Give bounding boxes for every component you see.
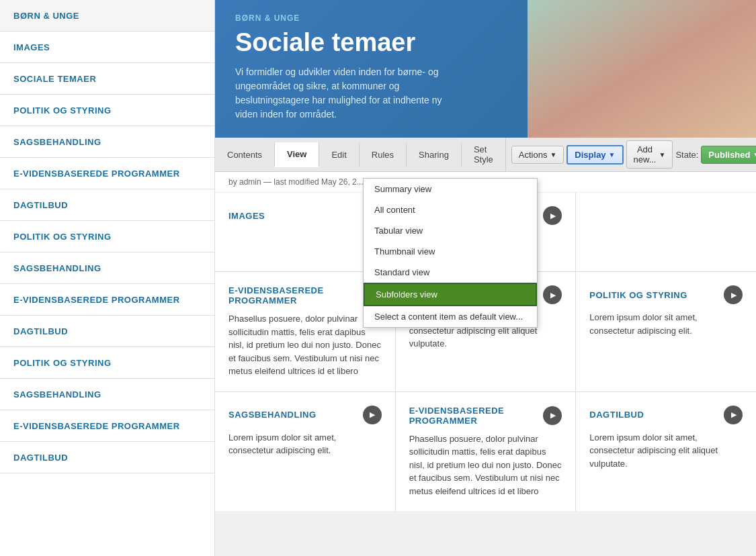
add-new-label: Add new... bbox=[634, 144, 657, 165]
sidebar-link-sags2[interactable]: SAGSBEHANDLING bbox=[13, 263, 101, 273]
display-button[interactable]: Display ▼ bbox=[566, 145, 623, 165]
sidebar-link-born-unge[interactable]: BØRN & UNGE bbox=[13, 11, 79, 21]
sidebar-item-sags1[interactable]: SAGSBEHANDLING bbox=[0, 126, 214, 158]
dropdown-tabular-view[interactable]: Tabular view bbox=[364, 220, 537, 241]
sidebar-item-politik3[interactable]: POLITIK OG STYRING bbox=[0, 347, 214, 379]
sidebar-item-politik2[interactable]: POLITIK OG STYRING bbox=[0, 221, 214, 252]
sidebar-link-dag3[interactable]: DAGTILBUD bbox=[13, 453, 68, 463]
sidebar-link-sociale[interactable]: SOCIALE TEMAER bbox=[13, 74, 96, 84]
dropdown-select-default[interactable]: Select a content item as default view... bbox=[364, 306, 537, 327]
meta-text: by admin — last modified May 26, 2... bbox=[228, 177, 364, 187]
state-button[interactable]: Published ▼ bbox=[701, 146, 756, 164]
card-dag-play-button[interactable] bbox=[724, 406, 743, 424]
sidebar-item-sags3[interactable]: SAGSBEHANDLING bbox=[0, 379, 214, 410]
sidebar-link-dag1[interactable]: DAGTILBUD bbox=[13, 200, 68, 210]
hero-category: BØRN & UNGE bbox=[235, 13, 464, 23]
sidebar-item-sags2[interactable]: SAGSBEHANDLING bbox=[0, 252, 214, 284]
card-dag-text: Lorem ipsum dolor sit amet, consectetur … bbox=[589, 431, 743, 471]
display-chevron-icon: ▼ bbox=[609, 151, 616, 158]
card-images-title: IMAGES bbox=[228, 206, 382, 225]
tab-view[interactable]: View bbox=[275, 142, 319, 167]
card-evidens1-text: Phasellus posuere, dolor pulvinar sollic… bbox=[228, 312, 382, 378]
sidebar-link-politik3[interactable]: POLITIK OG STYRING bbox=[13, 358, 112, 368]
hero-image-background bbox=[528, 0, 756, 138]
dropdown-subfolders-view[interactable]: Subfolders view bbox=[364, 283, 537, 306]
card-evidens2-play-button[interactable] bbox=[543, 406, 562, 425]
card-empty bbox=[576, 193, 756, 271]
card-evidens1-title: E-VIDENSBASEREDE PROGRAMMER bbox=[228, 285, 382, 306]
card-dagtilbud: DAGTILBUD Lorem ipsum dolor sit amet, co… bbox=[576, 392, 756, 512]
sidebar-link-sags1[interactable]: SAGSBEHANDLING bbox=[13, 137, 101, 147]
tab-rules[interactable]: Rules bbox=[360, 143, 407, 167]
tab-edit[interactable]: Edit bbox=[319, 143, 359, 167]
sidebar-link-evidens1[interactable]: E-VIDENSBASEREDE PROGRAMMER bbox=[13, 169, 180, 179]
card-evidens2-text: Phasellus posuere, dolor pulvinar sollic… bbox=[409, 432, 562, 498]
sidebar-item-born-unge[interactable]: BØRN & UNGE bbox=[0, 0, 214, 32]
actions-button[interactable]: Actions ▼ bbox=[511, 146, 564, 164]
hero-description: Vi formidler og udvikler viden inden for… bbox=[235, 65, 464, 122]
display-label: Display bbox=[575, 150, 605, 160]
card-evidens2-title: E-VIDENSBASEREDE PROGRAMMER bbox=[409, 406, 562, 426]
state-label: State: bbox=[675, 150, 698, 160]
card-politik1-text: Lorem ipsum dolor sit amet, consectetur … bbox=[589, 311, 743, 337]
state-value: Published bbox=[708, 150, 750, 160]
card-politik1-play-button[interactable] bbox=[724, 285, 743, 304]
actions-chevron-icon: ▼ bbox=[550, 151, 556, 158]
sidebar-link-sags3[interactable]: SAGSBEHANDLING bbox=[13, 389, 101, 400]
card-politik1-link[interactable]: POLITIK OG STYRING bbox=[589, 290, 687, 300]
sidebar-item-dag3[interactable]: DAGTILBUD bbox=[0, 442, 214, 473]
hero-text: BØRN & UNGE Sociale temaer Vi formidler … bbox=[215, 0, 484, 135]
sidebar-item-politik1[interactable]: POLITIK OG STYRING bbox=[0, 95, 214, 126]
card-dag-link[interactable]: DAGTILBUD bbox=[589, 410, 644, 420]
sidebar-item-images[interactable]: IMAGES bbox=[0, 32, 214, 63]
card-dag-title: DAGTILBUD bbox=[589, 406, 743, 424]
card-politik-1: POLITIK OG STYRING Lorem ipsum dolor sit… bbox=[576, 272, 756, 391]
action-buttons-bar: Actions ▼ Display ▼ Add new... ▼ State: … bbox=[506, 138, 756, 171]
tab-set-style[interactable]: Set Style bbox=[462, 138, 506, 171]
sidebar-link-dag2[interactable]: DAGTILBUD bbox=[13, 326, 68, 336]
hero-title: Sociale temaer bbox=[235, 28, 464, 57]
card-sags2-title: SAGSBEHANDLING bbox=[228, 406, 382, 424]
card-evidens2-link[interactable]: E-VIDENSBASEREDE PROGRAMMER bbox=[409, 406, 544, 426]
dropdown-standard-view[interactable]: Standard view bbox=[364, 262, 537, 283]
dropdown-thumbnail-view[interactable]: Thumbnail view bbox=[364, 241, 537, 262]
state-chevron-icon: ▼ bbox=[753, 151, 756, 158]
card-evidens1-link[interactable]: E-VIDENSBASEREDE PROGRAMMER bbox=[228, 285, 363, 306]
card-politik1-title: POLITIK OG STYRING bbox=[589, 285, 743, 304]
sidebar-link-evidens2[interactable]: E-VIDENSBASEREDE PROGRAMMER bbox=[13, 295, 180, 305]
sidebar-link-evidens3[interactable]: E-VIDENSBASEREDE PROGRAMMER bbox=[13, 421, 180, 431]
tab-bar: Contents View Edit Rules Sharing Set Sty… bbox=[215, 138, 756, 172]
actions-label: Actions bbox=[519, 150, 548, 160]
sidebar-item-evidens1[interactable]: E-VIDENSBASEREDE PROGRAMMER bbox=[0, 158, 214, 189]
dropdown-all-content[interactable]: All content bbox=[364, 199, 537, 220]
tab-sharing[interactable]: Sharing bbox=[407, 143, 462, 167]
card-images-link[interactable]: IMAGES bbox=[228, 211, 265, 221]
hero-image bbox=[528, 0, 756, 138]
sidebar: BØRN & UNGE IMAGES SOCIALE TEMAER POLITI… bbox=[0, 0, 215, 556]
sidebar-link-images[interactable]: IMAGES bbox=[13, 42, 50, 52]
add-new-button[interactable]: Add new... ▼ bbox=[626, 140, 673, 169]
dropdown-summary-view[interactable]: Summary view bbox=[364, 179, 537, 199]
add-new-chevron-icon: ▼ bbox=[659, 151, 665, 158]
display-dropdown: Summary view All content Tabular view Th… bbox=[363, 178, 538, 328]
card-evidens-2: E-VIDENSBASEREDE PROGRAMMER Phasellus po… bbox=[396, 392, 576, 512]
sidebar-item-dag2[interactable]: DAGTILBUD bbox=[0, 316, 214, 347]
card-sociale-play-button[interactable] bbox=[543, 285, 562, 304]
card-sags2-link[interactable]: SAGSBEHANDLING bbox=[228, 410, 317, 420]
card-sags2-text: Lorem ipsum dolor sit amet, consectetur … bbox=[228, 431, 382, 457]
sidebar-item-sociale[interactable]: SOCIALE TEMAER bbox=[0, 63, 214, 95]
tab-contents[interactable]: Contents bbox=[215, 143, 275, 167]
sidebar-link-politik2[interactable]: POLITIK OG STYRING bbox=[13, 232, 112, 242]
card-sagsbehandling-2: SAGSBEHANDLING Lorem ipsum dolor sit ame… bbox=[215, 392, 395, 512]
card-sags1-play-button[interactable] bbox=[543, 206, 562, 225]
sidebar-item-evidens2[interactable]: E-VIDENSBASEREDE PROGRAMMER bbox=[0, 284, 214, 316]
sidebar-item-evidens3[interactable]: E-VIDENSBASEREDE PROGRAMMER bbox=[0, 410, 214, 442]
hero-section: BØRN & UNGE Sociale temaer Vi formidler … bbox=[215, 0, 756, 138]
sidebar-link-politik1[interactable]: POLITIK OG STYRING bbox=[13, 105, 112, 115]
sidebar-item-dag1[interactable]: DAGTILBUD bbox=[0, 189, 214, 221]
card-sags2-play-button[interactable] bbox=[363, 406, 382, 424]
